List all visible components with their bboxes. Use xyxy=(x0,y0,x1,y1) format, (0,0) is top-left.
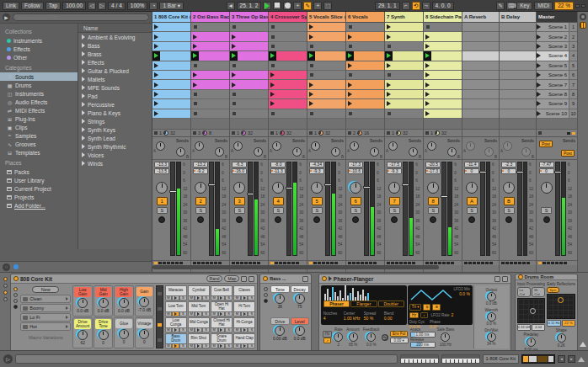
clip-launch-icon[interactable] xyxy=(152,90,160,98)
clip-slot[interactable] xyxy=(346,99,384,109)
playing-clip-launch-icon[interactable] xyxy=(346,51,354,60)
pad-solo-button[interactable]: S xyxy=(179,295,187,301)
phase-value[interactable]: 0.0° xyxy=(430,324,437,329)
pan-knob[interactable] xyxy=(503,182,515,194)
clip-stop-icon[interactable] xyxy=(230,90,238,98)
empty-clip-slot[interactable] xyxy=(307,109,345,119)
empty-clip-slot[interactable] xyxy=(269,32,307,41)
track-header[interactable]: 6 Vocals xyxy=(346,12,384,23)
clip-launch-icon[interactable] xyxy=(385,90,393,98)
macro-knob[interactable] xyxy=(119,329,129,339)
volume-fader[interactable] xyxy=(441,162,446,256)
clip-stop-icon[interactable] xyxy=(191,61,199,70)
hot-swap-icon[interactable] xyxy=(494,276,500,282)
macro-knob[interactable] xyxy=(139,297,149,307)
browser-folder-row[interactable]: Synth Lead xyxy=(78,134,152,142)
expand-arrow-icon[interactable] xyxy=(82,68,85,73)
track-header[interactable]: 3 Three Op Bass xyxy=(230,12,268,23)
clip-slot[interactable] xyxy=(307,51,345,61)
release-slider[interactable]: 200 ms xyxy=(410,342,436,348)
clip-launch-icon[interactable] xyxy=(346,99,354,108)
pad-play-button[interactable] xyxy=(195,327,202,332)
browser-folder-row[interactable]: Synth Rhythmic xyxy=(78,142,152,151)
pad-play-button[interactable] xyxy=(241,327,249,332)
device-power-icon[interactable] xyxy=(322,276,327,281)
clip-launch-icon[interactable] xyxy=(385,61,393,70)
clip-slot[interactable] xyxy=(230,42,268,51)
pad-play-button[interactable] xyxy=(172,343,179,348)
send-b-knob[interactable] xyxy=(254,147,263,157)
clip-stop-icon[interactable] xyxy=(269,42,276,51)
volume-field[interactable]: -17.3 xyxy=(425,168,441,174)
track-header[interactable]: A Reverb xyxy=(462,12,499,23)
pad-play-button[interactable] xyxy=(218,311,226,316)
arm-button[interactable] xyxy=(468,216,475,223)
automation-arm-icon[interactable]: ✎ xyxy=(303,2,312,10)
drum-pad-closed-hi-hat[interactable]: Closed Hi HatMS xyxy=(211,317,233,332)
arm-button[interactable] xyxy=(391,216,398,223)
macro-view-icon[interactable] xyxy=(13,287,18,291)
recall-arrow-icon[interactable] xyxy=(66,297,68,301)
send-a-knob[interactable] xyxy=(427,141,436,151)
time-signature-field[interactable]: 4 / 4 xyxy=(108,2,126,10)
drum-pad-mid-conga[interactable]: Mid CongaMS xyxy=(188,317,210,332)
clip-launch-icon[interactable] xyxy=(269,80,276,88)
clip-stop-icon[interactable] xyxy=(269,23,276,31)
browser-folder-row[interactable]: Ambient & Evolving xyxy=(78,33,152,41)
nudge-down-icon[interactable]: ◁ xyxy=(88,2,96,10)
pad-solo-button[interactable]: S xyxy=(202,327,210,332)
clip-launch-icon[interactable] xyxy=(230,32,238,40)
browser-folder-row[interactable]: Mallets xyxy=(78,75,152,83)
empty-clip-slot[interactable] xyxy=(307,42,345,51)
expand-arrow-icon[interactable] xyxy=(82,110,85,115)
category-item-clips[interactable]: ▣Clips xyxy=(0,123,78,131)
track-stop-icon[interactable] xyxy=(309,131,313,135)
category-item-sounds[interactable]: ♫Sounds xyxy=(0,72,78,81)
expand-arrow-icon[interactable] xyxy=(82,144,85,149)
arm-button[interactable] xyxy=(352,216,359,223)
expand-arrow-icon[interactable] xyxy=(82,136,85,141)
collection-item-effects[interactable]: Effects xyxy=(0,45,78,53)
clip-launch-icon[interactable] xyxy=(191,42,199,51)
pad-play-button[interactable] xyxy=(241,343,249,348)
send-a-knob[interactable] xyxy=(195,141,204,151)
empty-clip-slot[interactable] xyxy=(346,109,384,119)
pad-solo-button[interactable]: S xyxy=(225,311,233,316)
link-button[interactable]: Link xyxy=(3,2,19,10)
clip-slot[interactable] xyxy=(152,109,190,119)
clip-slot[interactable] xyxy=(269,90,307,99)
clip-launch-icon[interactable] xyxy=(152,61,160,70)
clip-launch-icon[interactable] xyxy=(385,32,393,40)
solo-button[interactable]: S xyxy=(195,207,206,214)
clip-slot[interactable] xyxy=(230,71,268,80)
volume-fader[interactable] xyxy=(555,162,560,256)
pad-solo-button[interactable]: S xyxy=(248,311,255,316)
clip-slot[interactable] xyxy=(385,90,423,99)
pad-mute-button[interactable]: M xyxy=(211,295,218,301)
playing-clip-launch-icon[interactable] xyxy=(230,51,238,60)
clip-launch-icon[interactable] xyxy=(346,61,354,70)
clip-launch-icon[interactable] xyxy=(346,90,354,98)
io-section-toggle-icon[interactable] xyxy=(580,13,586,20)
clip-slot[interactable] xyxy=(230,51,268,61)
param-value[interactable]: 0.00 dB xyxy=(273,337,287,341)
solo-button[interactable]: S xyxy=(467,207,478,214)
clip-launch-icon[interactable] xyxy=(424,71,431,79)
scene-row[interactable]: Scene 44 xyxy=(537,51,577,61)
clip-slot[interactable] xyxy=(152,71,190,80)
mute-icon[interactable] xyxy=(264,287,268,291)
send-b-knob[interactable] xyxy=(292,147,302,157)
track-activator-button[interactable]: 3 xyxy=(234,197,245,205)
empty-clip-slot[interactable] xyxy=(346,23,384,32)
expand-arrow-icon[interactable] xyxy=(82,119,85,124)
empty-clip-slot[interactable] xyxy=(269,42,307,51)
rate-sync-toggle[interactable]: ♪ xyxy=(323,338,330,344)
clip-slot[interactable] xyxy=(152,80,190,89)
solo-icon[interactable] xyxy=(264,293,268,297)
track-activator-button[interactable]: 4 xyxy=(273,197,284,205)
key-map-button[interactable]: Key xyxy=(516,2,532,10)
pad-mute-button[interactable]: M xyxy=(165,343,173,348)
track-activator-button[interactable]: A xyxy=(467,197,478,205)
pad-mute-button[interactable]: M xyxy=(211,311,218,316)
track-stop-icon[interactable] xyxy=(348,131,351,135)
